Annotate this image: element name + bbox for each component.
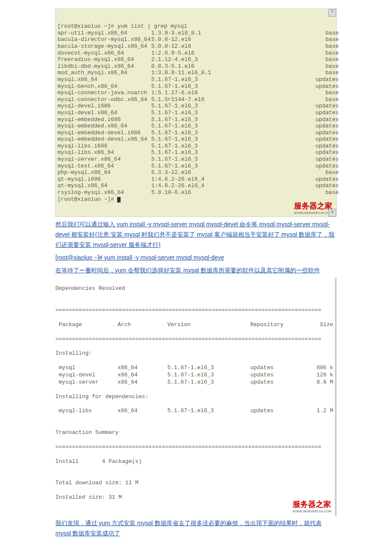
deps-divider: ========================================… [55, 307, 333, 314]
package-row: mysql-libs.x86_645.1.67-1.el6_3updates [58, 149, 334, 156]
package-row: php-mysql.x86_645.3.3-22.el6base [58, 169, 334, 176]
package-row: mysql-embedded.i6865.1.67-1.el6_3updates [58, 116, 334, 123]
package-row: mod_auth_mysql.x86_641:3.0.0-11.el6_0.1b… [58, 69, 334, 76]
terminal-output-yum-list: ^ [root@xiaoluo ~]# yum list | grep mysq… [55, 9, 337, 217]
watermark: 服务器之家WWW.SERVER110.COM [293, 500, 331, 514]
explanation-paragraph-1: 然后我们可以通过输入 yum install -y mysql-server m… [55, 220, 337, 250]
package-row: mysql-embedded.x86_645.1.67-1.el6_3updat… [58, 123, 334, 130]
package-row: mysql.x86_645.1.67-1.el6_3updates [58, 76, 334, 83]
package-row: mysql-test.x86_645.1.67-1.el6_3updates [58, 163, 334, 170]
package-row: mysql-embedded-devel.x86_645.1.67-1.el6_… [58, 136, 334, 143]
deps-row: mysql-develx86_645.1.67-1.el6_3updates12… [55, 372, 333, 379]
package-row: mysql-connector-odbc.x86_645.1.5r1144-7.… [58, 96, 334, 103]
deps-divider: ========================================… [55, 444, 333, 451]
deps-row: mysql-serverx86_645.1.67-1.el6_3updates8… [55, 379, 333, 386]
package-row: mysql-embedded-devel.i6865.1.67-1.el6_3u… [58, 130, 334, 136]
package-row: bacula-storage-mysql.x86_645.0.0-12.el6b… [58, 43, 334, 50]
package-row: freeradius-mysql.x86_642.1.12-4.el6_3bas… [58, 56, 334, 63]
installing-label: Installing: [55, 350, 333, 357]
explanation-paragraph-2: 在等待了一番时间后，yum 会帮我们选择好安装 mysql 数据库所需要的软件以… [55, 266, 337, 276]
package-row: mysql-connector-java.noarch1:5.1.17-6.el… [58, 90, 334, 96]
package-row: mysql-devel.i6865.1.67-1.el6_3updates [58, 103, 334, 110]
deps-row: mysqlx86_645.1.67-1.el6_3updates886 k [55, 364, 333, 372]
deps-divider: ========================================… [55, 336, 333, 343]
watermark: 服务器之家WWW.SERVER110.COM [294, 202, 333, 215]
install-count: Install 4 Package(s) [55, 458, 333, 465]
terminal-cursor [117, 197, 121, 202]
command-line: [root@xiaoluo ~]# yum install -y mysql-s… [55, 253, 337, 263]
terminal-end-prompt: [root@xiaoluo ~]# [58, 196, 117, 202]
scroll-down-icon: v [329, 209, 336, 217]
deps-row: mysql-libsx86_645.1.67-1.el6_3updates1.2… [55, 408, 333, 415]
dependencies-output: Dependencies Resolved ==================… [55, 278, 337, 515]
package-row: mysql-server.x86_645.1.67-1.el6_3updates [58, 156, 334, 163]
package-row: mysql-bench.x86_645.1.67-1.el6_3updates [58, 83, 334, 90]
installing-deps-label: Installing for dependencies: [55, 393, 333, 401]
package-row: dovecot-mysql.x86_641:2.0.9-5.el6base [58, 50, 334, 57]
explanation-paragraph-3: 我们发现，通过 yum 方式安装 mysql 数据库省去了很多没必要的麻烦，当出… [55, 518, 337, 539]
package-row: qt-mysql.i6861:4.6.2-26.el6_4updates [58, 176, 334, 183]
terminal-prompt: [root@xiaoluo ~]# yum list | grep mysql [58, 23, 187, 29]
package-row: bacula-director-mysql.x86_645.0.0-12.el6… [58, 36, 334, 43]
transaction-summary: Transaction Summary [55, 429, 333, 436]
package-row: mysql-devel.x86_645.1.67-1.el6_3updates [58, 110, 334, 116]
package-row: qt-mysql.x86_641:4.6.2-26.el6_4updates [58, 182, 334, 189]
scroll-up-icon: ^ [329, 9, 336, 17]
installed-size: Installed size: 31 M [55, 494, 333, 501]
package-row: mysql-libs.i6865.1.67-1.el6_3updates [58, 143, 334, 150]
package-row: rsyslog-mysql.x86_645.8.10-6.el6base [58, 189, 334, 196]
deps-header-row: PackageArchVersionRepositorySize [55, 321, 333, 329]
package-row: apr-util-mysql.x86_641.3.9-3.el6_0.1base [58, 30, 334, 37]
package-row: libdbi-dbd-mysql.x86_640.8.3-5.1.el6base [58, 63, 334, 70]
download-size: Total download size: 11 M [55, 480, 333, 487]
deps-title: Dependencies Resolved [55, 285, 333, 292]
